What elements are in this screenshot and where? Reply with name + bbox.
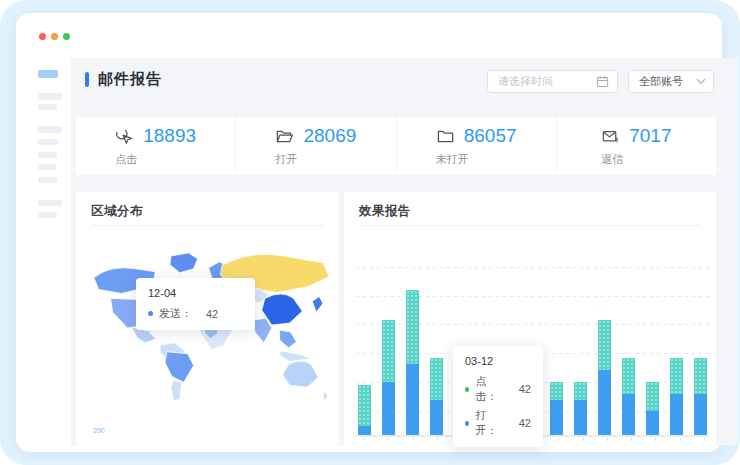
stats-bar: 18893 点击 28069 打开 [76, 117, 716, 175]
x-axis-tick [674, 438, 687, 441]
chart-tooltip-row: 打开： 42 [465, 408, 531, 438]
click-icon [115, 127, 134, 146]
map-tooltip-row: 发送： 42 [148, 306, 243, 321]
map-region-se-asia [280, 330, 297, 348]
map-region-japan [312, 296, 323, 312]
page-title: 邮件报告 [98, 70, 162, 89]
bar-1[interactable] [358, 385, 371, 435]
x-axis-tick [358, 438, 371, 441]
chart-tooltip: 03-12 点击： 42 打开： 42 [453, 346, 543, 447]
series-dot-icon [465, 421, 469, 426]
maximize-window-icon[interactable] [63, 33, 70, 40]
bar-3[interactable] [406, 290, 419, 435]
account-select[interactable]: 全部账号 [628, 70, 714, 93]
map-region-new-zealand [323, 390, 328, 401]
x-axis-tick [407, 438, 420, 441]
main-content: 邮件报告 请选择时间 全部账号 [71, 58, 738, 445]
sidebar-item[interactable] [38, 152, 57, 158]
map-region-australia [283, 361, 319, 387]
sidebar-item[interactable] [38, 212, 57, 218]
stat-opens: 28069 打开 [235, 117, 395, 175]
stat-label: 退信 [601, 152, 671, 167]
bar-13[interactable] [646, 382, 659, 435]
map-region-india [253, 318, 272, 343]
map-region-china [262, 294, 303, 325]
map-region-argentina [171, 380, 182, 401]
stat-clicks: 18893 点击 [76, 117, 235, 175]
chart-tooltip-label: 打开： [475, 408, 504, 438]
stat-label: 打开 [275, 152, 356, 167]
sidebar-nav [32, 58, 71, 445]
mail-bounce-icon [601, 127, 620, 146]
x-axis-tick [382, 438, 395, 441]
map-region-indonesia [280, 351, 312, 362]
chart-tooltip-value: 42 [519, 383, 531, 395]
chart-tooltip-date: 03-12 [465, 355, 531, 367]
panel-title: 区域分布 [91, 203, 143, 220]
device-frame: 邮件报告 请选择时间 全部账号 [0, 0, 740, 465]
sidebar-item[interactable] [38, 126, 62, 133]
close-window-icon[interactable] [39, 33, 46, 40]
sidebar-item[interactable] [38, 104, 57, 110]
sidebar-item[interactable] [38, 164, 56, 170]
x-axis-tick [577, 438, 590, 441]
world-map[interactable] [84, 244, 331, 416]
window-controls [39, 33, 70, 40]
x-axis-tick [552, 438, 565, 441]
chart-tooltip-label: 点击： [475, 374, 504, 404]
sidebar-item-active[interactable] [38, 70, 58, 78]
map-region-brazil [165, 352, 194, 383]
series-dot-icon [465, 387, 469, 392]
folder-open-icon [275, 127, 294, 146]
stat-value: 28069 [303, 125, 356, 147]
panel-title: 效果报告 [359, 203, 411, 220]
map-tooltip-value: 42 [206, 308, 218, 320]
x-axis-tick [431, 438, 444, 441]
date-range-input[interactable]: 请选择时间 [487, 70, 618, 93]
chevron-down-icon[interactable] [696, 78, 706, 85]
stat-value: 7017 [629, 125, 671, 147]
page-header: 邮件报告 [85, 68, 162, 90]
bar-15[interactable] [694, 358, 707, 435]
sidebar-item[interactable] [38, 200, 62, 206]
bar-10[interactable] [574, 382, 587, 435]
map-tooltip: 12-04 发送： 42 [136, 278, 255, 330]
sidebar-item[interactable] [38, 177, 57, 183]
map-tooltip-label: 发送： [159, 306, 192, 321]
sidebar-item[interactable] [38, 93, 62, 100]
x-axis-tick [625, 438, 638, 441]
panel-divider [91, 225, 324, 226]
series-dot-icon [148, 311, 153, 316]
panel-divider [359, 225, 701, 226]
stat-value: 86057 [464, 125, 517, 147]
bar-12[interactable] [622, 358, 635, 435]
bar-11[interactable] [598, 320, 611, 435]
app-window: 邮件报告 请选择时间 全部账号 [16, 13, 722, 452]
bar-14[interactable] [670, 358, 683, 435]
sidebar-item[interactable] [38, 139, 58, 145]
map-tooltip-date: 12-04 [148, 287, 243, 299]
stat-unopened: 86057 未打开 [396, 117, 556, 175]
date-input-placeholder: 请选择时间 [498, 74, 596, 89]
calendar-icon[interactable] [596, 75, 609, 88]
effect-report-panel: 效果报告 03-12 点击： 42 打开： 42 [344, 192, 716, 445]
x-axis-tick [649, 438, 662, 441]
x-axis-tick [698, 438, 711, 441]
bar-4[interactable] [430, 358, 443, 435]
stat-label: 未打开 [436, 152, 517, 167]
chart-tooltip-row: 点击： 42 [465, 374, 531, 404]
folder-closed-icon [436, 127, 455, 146]
x-axis-tick [601, 438, 614, 441]
bar-9[interactable] [550, 382, 563, 435]
title-accent-bar [85, 72, 89, 87]
bar-2[interactable] [382, 320, 395, 435]
account-select-value: 全部账号 [639, 74, 696, 89]
stat-label: 点击 [115, 152, 196, 167]
stat-value: 18893 [143, 125, 196, 147]
minimize-window-icon[interactable] [51, 33, 58, 40]
map-legend: 200 [93, 427, 105, 434]
stat-bounces: 7017 退信 [556, 117, 716, 175]
region-distribution-panel: 区域分布 [76, 192, 339, 445]
chart-tooltip-value: 42 [519, 417, 531, 429]
map-region-greenland [170, 253, 198, 273]
